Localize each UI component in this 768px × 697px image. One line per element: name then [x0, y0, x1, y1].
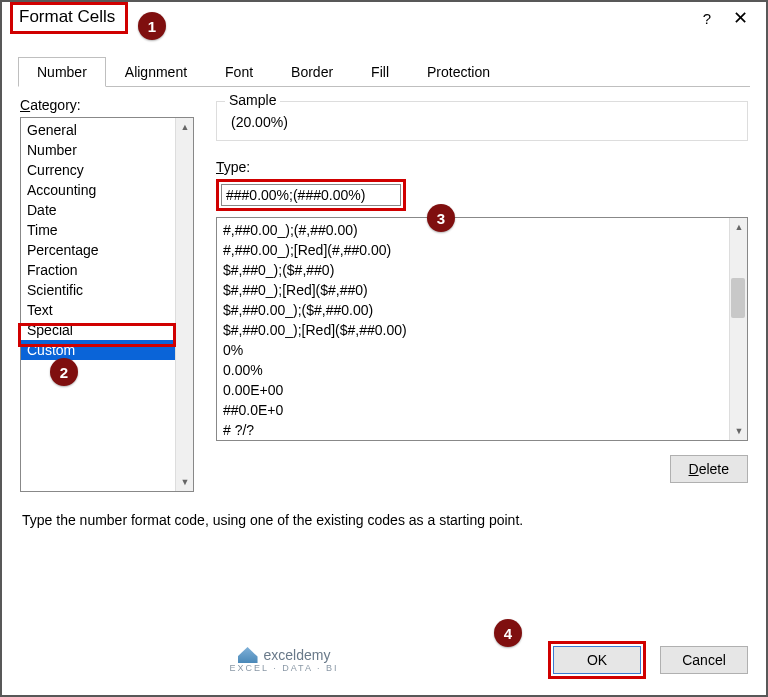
format-item[interactable]: #,##0.00_);[Red](#,##0.00)	[217, 240, 747, 260]
type-input[interactable]	[221, 184, 401, 206]
ok-highlight: OK	[548, 641, 646, 679]
tab-border[interactable]: Border	[272, 57, 352, 87]
tabs-bar: Number Alignment Font Border Fill Protec…	[18, 56, 768, 86]
format-item[interactable]: $#,##0.00_);[Red]($#,##0.00)	[217, 320, 747, 340]
format-item[interactable]: $#,##0_);[Red]($#,##0)	[217, 280, 747, 300]
scroll-thumb[interactable]	[731, 278, 745, 318]
format-item[interactable]: # ??/??	[217, 440, 747, 441]
scroll-down-icon[interactable]: ▼	[176, 473, 194, 491]
format-item[interactable]: $#,##0_);($#,##0)	[217, 260, 747, 280]
brand-logo-icon	[238, 647, 258, 663]
callout-1: 1	[138, 12, 166, 40]
dialog-title: Format Cells	[10, 2, 128, 34]
sample-label: Sample	[225, 92, 280, 108]
hint-text: Type the number format code, using one o…	[22, 512, 746, 528]
callout-4: 4	[494, 619, 522, 647]
format-item[interactable]: 0.00%	[217, 360, 747, 380]
format-item[interactable]: # ?/?	[217, 420, 747, 440]
callout-2: 2	[50, 358, 78, 386]
category-item-percentage[interactable]: Percentage	[21, 240, 193, 260]
category-item-scientific[interactable]: Scientific	[21, 280, 193, 300]
format-item[interactable]: #,##0.00_);(#,##0.00)	[217, 220, 747, 240]
custom-highlight-box	[18, 323, 176, 347]
format-item[interactable]: ##0.0E+0	[217, 400, 747, 420]
tab-fill[interactable]: Fill	[352, 57, 408, 87]
watermark: exceldemy EXCEL · DATA · BI	[20, 647, 548, 673]
help-button[interactable]: ?	[703, 10, 711, 27]
scroll-up-icon[interactable]: ▲	[176, 118, 194, 136]
format-scrollbar[interactable]: ▲ ▼	[729, 218, 747, 440]
tab-number[interactable]: Number	[18, 57, 106, 87]
tab-protection[interactable]: Protection	[408, 57, 509, 87]
category-item-time[interactable]: Time	[21, 220, 193, 240]
category-item-number[interactable]: Number	[21, 140, 193, 160]
format-item[interactable]: 0.00E+00	[217, 380, 747, 400]
category-item-date[interactable]: Date	[21, 200, 193, 220]
sample-value: (20.00%)	[227, 114, 737, 130]
scroll-up-icon[interactable]: ▲	[730, 218, 748, 236]
category-item-general[interactable]: General	[21, 120, 193, 140]
titlebar: Format Cells ? ✕	[0, 0, 768, 36]
brand-subtitle: EXCEL · DATA · BI	[230, 663, 339, 673]
ok-button[interactable]: OK	[553, 646, 641, 674]
category-scrollbar[interactable]: ▲ ▼	[175, 118, 193, 491]
category-listbox[interactable]: General Number Currency Accounting Date …	[20, 117, 194, 492]
tab-alignment[interactable]: Alignment	[106, 57, 206, 87]
delete-button[interactable]: Delete	[670, 455, 748, 483]
category-label: Category:	[20, 97, 194, 113]
callout-3: 3	[427, 204, 455, 232]
type-input-highlight	[216, 179, 406, 211]
brand-name: exceldemy	[264, 647, 331, 663]
sample-box: Sample (20.00%)	[216, 101, 748, 141]
scroll-down-icon[interactable]: ▼	[730, 422, 748, 440]
cancel-button[interactable]: Cancel	[660, 646, 748, 674]
category-item-accounting[interactable]: Accounting	[21, 180, 193, 200]
format-item[interactable]: $#,##0.00_);($#,##0.00)	[217, 300, 747, 320]
category-item-text[interactable]: Text	[21, 300, 193, 320]
format-listbox[interactable]: #,##0.00_);(#,##0.00) #,##0.00_);[Red](#…	[216, 217, 748, 441]
type-label: Type:	[216, 159, 748, 175]
tab-font[interactable]: Font	[206, 57, 272, 87]
category-item-fraction[interactable]: Fraction	[21, 260, 193, 280]
close-button[interactable]: ✕	[733, 7, 748, 29]
category-item-currency[interactable]: Currency	[21, 160, 193, 180]
format-item[interactable]: 0%	[217, 340, 747, 360]
